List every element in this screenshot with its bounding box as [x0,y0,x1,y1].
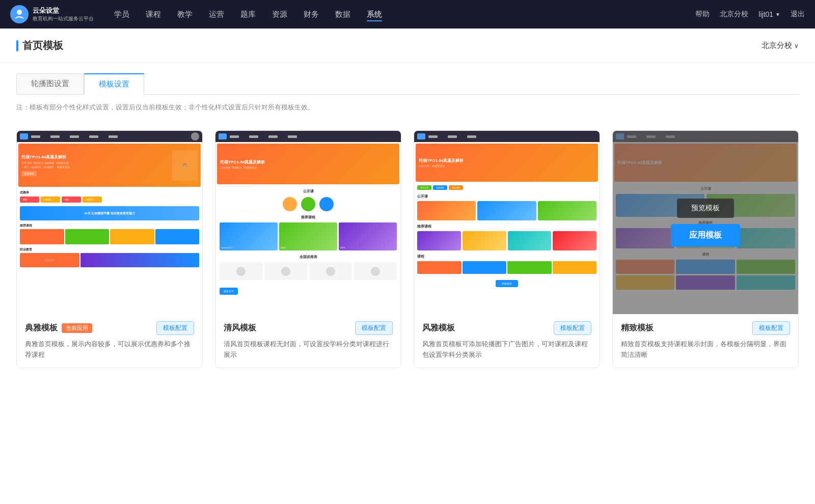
template-name-row-1: 典雅模板 当前应用 模板配置 [25,321,194,335]
tab-template[interactable]: 模板设置 [84,73,144,95]
template-preview-3: 托福TPO1-54真题及解析 口语 写作 · 练题更合适 学科分类 必修课程 考… [414,131,600,314]
btn-preview-template[interactable]: 预览模板 [677,199,734,218]
template-card-fengya[interactable]: 托福TPO1-54真题及解析 口语 写作 · 练题更合适 学科分类 必修课程 考… [414,130,600,368]
note-text: 注：模板有部分个性化样式设置，设置后仅当前模板生效；非个性化样式设置后只针对所有… [0,95,815,120]
template-name-row-4: 精致模板 模板配置 [621,321,790,335]
nav-menu: 学员 课程 教学 运营 题库 资源 财务 数据 系统 [114,8,695,21]
nav-item-students[interactable]: 学员 [114,8,129,21]
template-name-row-3: 风雅模板 模板配置 [422,321,591,335]
page-header: 首页模板 北京分校 [0,29,815,63]
nav-item-operations[interactable]: 运营 [209,8,224,21]
logo[interactable]: 云朵设堂 教育机构一站式服务云平台 [10,5,94,23]
nav-item-finance[interactable]: 财务 [304,8,319,21]
btn-config-4[interactable]: 模板配置 [752,321,790,335]
nav-help[interactable]: 帮助 [695,10,710,19]
template-name-1: 典雅模板 [25,323,58,333]
template-card-qingfeng[interactable]: 托福TPO1-54真题及解析 口语 写作 阅读听力 · 练题更合适 公开课 推荐… [215,130,401,368]
page-title: 首页模板 [16,39,63,52]
template-preview-2: 托福TPO1-54真题及解析 口语 写作 阅读听力 · 练题更合适 公开课 推荐… [215,131,401,314]
nav-item-courses[interactable]: 课程 [146,8,161,21]
tab-carousel[interactable]: 轮播图设置 [16,73,84,95]
template-name-3: 风雅模板 [422,323,455,333]
template-preview-4: 托福TPO1-54真题及解析 公开课 推荐课程 课程 [613,131,798,314]
template-desc-3: 风雅首页模板可添加轮播图下广告图片，可对课程及课程包设置学科分类展示 [422,339,591,360]
template-info-4: 精致模板 模板配置 精致首页模板支持课程展示封面，各模板分隔明显，界面简洁清晰 [613,314,798,368]
nav-user[interactable]: lijt01 [758,10,780,18]
template-info-3: 风雅模板 模板配置 风雅首页模板可添加轮播图下广告图片，可对课程及课程包设置学科… [414,314,600,368]
template-desc-2: 清风首页模板课程无封面，可设置按学科分类对课程进行展示 [224,339,393,360]
template-info-2: 清风模板 模板配置 清风首页模板课程无封面，可设置按学科分类对课程进行展示 [215,314,401,368]
tabs: 轮播图设置 模板设置 [16,73,799,95]
template-card-jingzhi[interactable]: 托福TPO1-54真题及解析 公开课 推荐课程 课程 [612,130,799,368]
template-name-2: 清风模板 [224,323,256,333]
svg-point-0 [17,10,22,15]
nav-school[interactable]: 北京分校 [720,10,748,19]
template-desc-4: 精致首页模板支持课程展示封面，各模板分隔明显，界面简洁清晰 [621,339,790,360]
nav-item-resources[interactable]: 资源 [272,8,287,21]
btn-apply-template[interactable]: 应用模板 [671,224,740,247]
logo-icon [10,5,29,23]
template-info-1: 典雅模板 当前应用 模板配置 典雅首页模板，展示内容较多，可以展示优惠券和多个推… [17,314,202,368]
main-content: 首页模板 北京分校 轮播图设置 模板设置 注：模板有部分个性化样式设置，设置后仅… [0,29,815,504]
tabs-container: 轮播图设置 模板设置 [0,63,815,95]
template-name-row-2: 清风模板 模板配置 [224,321,393,335]
nav-item-teaching[interactable]: 教学 [177,8,193,21]
logo-text: 云朵设堂 教育机构一站式服务云平台 [33,7,94,22]
nav-item-data[interactable]: 数据 [335,8,350,21]
template-desc-1: 典雅首页模板，展示内容较多，可以展示优惠券和多个推荐课程 [25,339,194,360]
navbar: 云朵设堂 教育机构一站式服务云平台 学员 课程 教学 运营 题库 资源 财务 数… [0,0,815,29]
template-preview-1: 托福TPO1-54真题及解析 口语 写作 阅读听力 冲刺课程 · 练题更合适 ↑… [17,131,202,314]
btn-config-1[interactable]: 模板配置 [156,321,194,335]
btn-config-2[interactable]: 模板配置 [355,321,393,335]
school-selector[interactable]: 北京分校 [762,41,799,50]
template-overlay: 预览模板 应用模板 [613,131,798,314]
nav-item-system[interactable]: 系统 [367,8,382,21]
badge-current: 当前应用 [62,323,92,333]
nav-right: 帮助 北京分校 lijt01 退出 [695,10,805,19]
nav-item-questions[interactable]: 题库 [240,8,256,21]
template-card-diangy[interactable]: 托福TPO1-54真题及解析 口语 写作 阅读听力 冲刺课程 · 练题更合适 ↑… [16,130,203,368]
btn-config-3[interactable]: 模板配置 [554,321,591,335]
templates-grid: 托福TPO1-54真题及解析 口语 写作 阅读听力 冲刺课程 · 练题更合适 ↑… [0,120,815,388]
template-name-4: 精致模板 [621,323,654,333]
nav-logout[interactable]: 退出 [791,10,805,19]
